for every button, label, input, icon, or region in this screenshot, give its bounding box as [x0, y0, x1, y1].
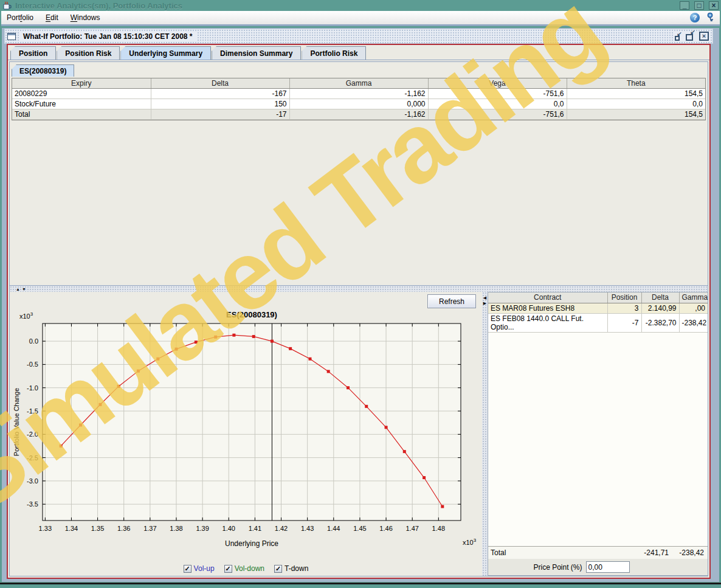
svg-text:1.45: 1.45 [353, 525, 366, 532]
svg-text:1.38: 1.38 [170, 525, 182, 532]
col-expiry[interactable]: Expiry [12, 78, 151, 88]
svg-text:Underlying Price: Underlying Price [225, 539, 278, 548]
svg-text:1.43: 1.43 [301, 525, 314, 532]
main-tabstrip: Position Position Risk Underlying Summar… [8, 45, 709, 60]
internal-frame-content: Position Position Risk Underlying Summar… [7, 44, 711, 579]
positions-empty-area [488, 333, 708, 547]
splitter-up-icon[interactable]: ▲ [16, 287, 20, 291]
internal-frame-icon [7, 33, 16, 40]
summary-top-panel: ES(20080319) Expiry Delta Gamma Vega The… [10, 62, 708, 286]
checkbox-vol-down[interactable]: Vol-down [224, 564, 264, 573]
svg-text:-3.0: -3.0 [27, 477, 38, 485]
underlying-summary-panel: ES(20080319) Expiry Delta Gamma Vega The… [9, 61, 708, 576]
svg-text:1.35: 1.35 [91, 525, 104, 532]
svg-text:1.48: 1.48 [432, 525, 445, 532]
maximize-icon[interactable]: □ [694, 1, 704, 10]
tab-dimension-summary[interactable]: Dimension Summary [212, 46, 301, 60]
frame-minimize-icon[interactable] [675, 36, 680, 41]
summary-table: Expiry Delta Gamma Vega Theta 20080229 [12, 78, 705, 120]
splitter-down-icon[interactable]: ▼ [22, 287, 26, 291]
col-delta[interactable]: Delta [151, 78, 289, 88]
desktop-pane: What-If Portfolio: Tue Jan 08 15:10:30 C… [2, 28, 719, 582]
total-label: Total [491, 548, 626, 557]
window-bottom-edge [0, 583, 721, 584]
position-row[interactable]: ES MAR08 Futures ESH8 3 2.140,99 ,00 [488, 303, 708, 313]
checkbox-t-down[interactable]: T-down [274, 564, 308, 573]
internal-frame-titlebar[interactable]: What-If Portfolio: Tue Jan 08 15:10:30 C… [4, 29, 713, 44]
svg-text:x103: x103 [19, 311, 33, 320]
window-title: Interactive Analytics(sm), Portfolio Ana… [15, 1, 182, 10]
table-row-total[interactable]: Total -17 -1,162 -751,6 154,5 [12, 109, 705, 119]
svg-text:ES(20080319): ES(20080319) [226, 310, 277, 319]
total-delta: -241,71 [626, 548, 669, 557]
svg-text:1.36: 1.36 [117, 525, 130, 532]
window-titlebar[interactable]: Interactive Analytics(sm), Portfolio Ana… [0, 0, 721, 11]
total-gamma: -238,42 [669, 548, 704, 557]
svg-text:1.37: 1.37 [143, 525, 156, 532]
table-row[interactable]: 20080229 -167 -1,162 -751,6 154,5 [12, 88, 705, 99]
svg-text:-2.0: -2.0 [27, 431, 38, 438]
menu-edit[interactable]: Edit [46, 13, 58, 22]
svg-text:1.42: 1.42 [275, 525, 288, 532]
internal-frame-title: What-If Portfolio: Tue Jan 08 15:10:30 C… [19, 32, 196, 41]
tab-position-risk[interactable]: Position Risk [57, 46, 120, 60]
svg-text:1.40: 1.40 [223, 525, 235, 532]
tab-portfolio-risk[interactable]: Portfolio Risk [302, 46, 366, 60]
svg-text:-2.5: -2.5 [27, 454, 38, 462]
vertical-splitter[interactable]: ◀ ▶ [482, 292, 488, 576]
col-pos-gamma[interactable]: Gamma [679, 292, 708, 303]
minimize-icon[interactable]: _ [680, 1, 689, 10]
t-down-checkbox-icon[interactable] [274, 565, 282, 573]
underlying-chart[interactable]: 1.331.341.351.361.371.381.391.401.411.42… [12, 309, 478, 552]
svg-text:1.39: 1.39 [196, 525, 209, 532]
svg-text:-1.5: -1.5 [27, 407, 38, 415]
positions-total-row: Total -241,71 -238,42 [488, 546, 708, 559]
positions-table: Contract Position Delta Gamma ES MAR08 F… [488, 292, 708, 333]
help-icon[interactable]: ? [690, 13, 700, 22]
col-position[interactable]: Position [607, 292, 641, 303]
splitter-left-icon[interactable]: ◀ [483, 296, 486, 300]
chart-panel: Refresh 1.331.341.351.361.371.381.391.40… [10, 292, 482, 576]
svg-text:1.34: 1.34 [65, 525, 78, 532]
svg-text:1.46: 1.46 [379, 525, 392, 532]
col-gamma[interactable]: Gamma [289, 78, 428, 88]
svg-text:1.47: 1.47 [405, 525, 418, 532]
price-point-label: Price Point (%) [533, 563, 582, 572]
svg-text:1.41: 1.41 [249, 525, 261, 532]
svg-text:-1.0: -1.0 [27, 384, 38, 392]
close-icon[interactable]: × [709, 1, 719, 10]
vol-down-checkbox-icon[interactable] [224, 565, 232, 573]
svg-text:Portfolio Value Change: Portfolio Value Change [13, 388, 20, 456]
checkbox-vol-up[interactable]: Vol-up [184, 564, 215, 573]
svg-text:x103: x103 [463, 538, 477, 546]
tab-position[interactable]: Position [10, 46, 56, 60]
subtab-es-20080319[interactable]: ES(20080319) [12, 64, 74, 77]
position-row[interactable]: ES FEB08 1440.0 CALL Fut. Optio... -7 -2… [488, 313, 708, 332]
menu-portfolio[interactable]: Portfolio [7, 13, 33, 22]
svg-text:0.0: 0.0 [29, 337, 38, 345]
svg-text:1.33: 1.33 [39, 525, 52, 532]
vol-up-checkbox-icon[interactable] [184, 565, 191, 573]
menu-windows[interactable]: Windows [71, 13, 100, 22]
application-window: Interactive Analytics(sm), Portfolio Ana… [0, 0, 721, 588]
positions-panel: Contract Position Delta Gamma ES MAR08 F… [488, 292, 708, 576]
underlying-subtabs: ES(20080319) [10, 62, 708, 77]
java-app-icon [2, 1, 12, 10]
chart-checkbox-row: Vol-up Vol-down T-down [10, 564, 482, 573]
table-row[interactable]: Stock/Future 150 0,000 0,0 0,0 [12, 99, 705, 109]
refresh-button[interactable]: Refresh [427, 294, 476, 308]
tab-underlying-summary[interactable]: Underlying Summary [120, 46, 211, 60]
price-point-input[interactable] [586, 561, 630, 573]
frame-restore-icon[interactable] [686, 34, 693, 41]
svg-text:-0.5: -0.5 [27, 361, 38, 368]
key-icon[interactable] [706, 12, 714, 23]
splitter-right-icon[interactable]: ▶ [483, 301, 486, 305]
col-contract[interactable]: Contract [488, 292, 607, 303]
svg-text:1.44: 1.44 [327, 525, 340, 532]
col-theta[interactable]: Theta [567, 78, 705, 88]
col-pos-delta[interactable]: Delta [641, 292, 679, 303]
frame-close-icon[interactable]: × [699, 32, 709, 41]
col-vega[interactable]: Vega [428, 78, 567, 88]
horizontal-splitter[interactable]: ▲ ▼ [10, 286, 708, 292]
menu-bar: Portfolio Edit Windows ? [1, 11, 720, 26]
